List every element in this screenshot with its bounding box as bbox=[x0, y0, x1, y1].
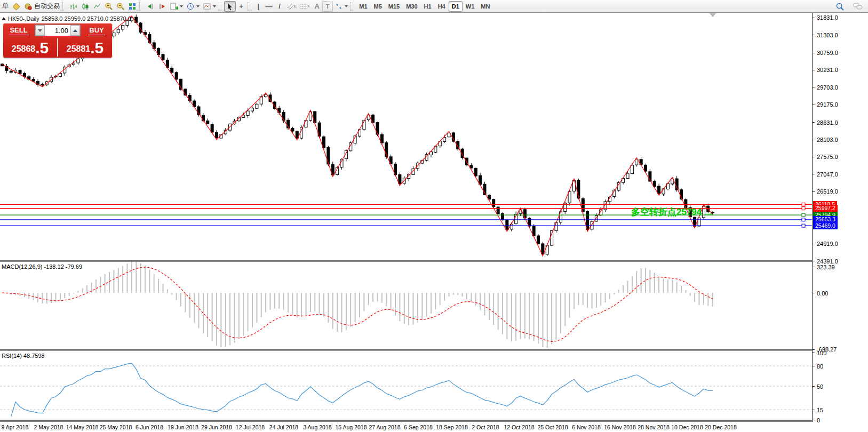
date-tick-label: 6 Nov 2018 bbox=[572, 424, 601, 430]
buy-price-main: 25881 bbox=[67, 42, 91, 56]
search-icon[interactable] bbox=[834, 1, 846, 12]
auto-scroll-icon[interactable] bbox=[156, 1, 168, 12]
volume-increase-button[interactable] bbox=[70, 25, 80, 36]
sell-price-main: 25868 bbox=[12, 42, 36, 56]
buy-price[interactable]: 25881 .5 bbox=[58, 37, 112, 58]
timeframe-mn[interactable]: MN bbox=[477, 1, 493, 12]
zoom-in-icon[interactable] bbox=[103, 1, 115, 12]
sell-button[interactable]: SELL bbox=[3, 23, 34, 37]
price-tick-label: 31831.0 bbox=[817, 14, 838, 21]
axis-tick bbox=[813, 140, 815, 140]
horizontal-line-tool-button[interactable]: — bbox=[264, 1, 274, 12]
bar-chart-icon[interactable] bbox=[68, 1, 79, 12]
date-tick-label: 19 Jun 2018 bbox=[168, 424, 198, 430]
buy-button-label: BUY bbox=[88, 26, 105, 35]
fibonacci-tool-button[interactable]: F bbox=[298, 1, 312, 12]
candlestick-chart-icon[interactable] bbox=[79, 1, 91, 12]
rsi-tick-label: 80 bbox=[817, 363, 823, 370]
macd-pane[interactable]: MACD(12,26,9) -138.12 -79.69 bbox=[0, 262, 812, 350]
line-chart-icon[interactable] bbox=[91, 1, 103, 12]
chat-icon[interactable] bbox=[851, 1, 865, 12]
buy-button[interactable]: BUY bbox=[81, 23, 112, 37]
date-tick-label: 14 May 2018 bbox=[66, 424, 99, 430]
add-indicator-caret-icon[interactable] bbox=[180, 5, 183, 7]
rsi-tick-label: 15 bbox=[817, 407, 823, 413]
timeframe-m30[interactable]: M30 bbox=[403, 1, 420, 12]
price-tick-label: 29703.0 bbox=[817, 84, 838, 91]
sell-price-frac: .5 bbox=[35, 40, 49, 56]
timeframe-m5[interactable]: M5 bbox=[371, 1, 385, 12]
timeframe-d1[interactable]: D1 bbox=[449, 1, 463, 12]
auto-trading-button[interactable]: 自动交易 bbox=[22, 1, 61, 12]
timeframe-h1[interactable]: H1 bbox=[421, 1, 435, 12]
rsi-tick-label: 50 bbox=[817, 383, 823, 390]
cursor-tool-button[interactable] bbox=[224, 1, 236, 12]
time-axis[interactable]: 9 Apr 20182 May 201814 May 201825 May 20… bbox=[0, 422, 812, 432]
timeframe-m15[interactable]: M15 bbox=[385, 1, 403, 12]
vertical-line-tool-button[interactable]: | bbox=[253, 1, 264, 12]
new-order-button[interactable]: 单 bbox=[0, 1, 11, 12]
market-watch-icon[interactable] bbox=[11, 1, 22, 12]
macd-label: MACD(12,26,9) -138.12 -79.69 bbox=[2, 263, 82, 270]
mt4-window: 单 自动交易 bbox=[0, 0, 868, 432]
main-chart-pane[interactable]: HK50-,Daily 25853.0 25959.0 25710.0 2587… bbox=[0, 13, 812, 261]
axis-tick bbox=[813, 244, 815, 244]
text-label-tool-button[interactable]: T bbox=[322, 1, 333, 12]
axis-tick bbox=[813, 386, 815, 387]
text-tool-button[interactable]: A bbox=[312, 1, 322, 12]
price-tick-label: 27047.0 bbox=[817, 171, 838, 178]
axis-tick bbox=[813, 18, 815, 18]
sell-price[interactable]: 25868 .5 bbox=[3, 37, 57, 58]
price-axis[interactable]: 31831.031303.030759.030231.029703.029175… bbox=[812, 13, 868, 422]
periods-button[interactable] bbox=[185, 1, 201, 12]
bull-bear-turning-point-annotation[interactable]: 多空转折点25794 → bbox=[631, 206, 714, 218]
axis-tick bbox=[813, 35, 815, 35]
date-tick-label: 6 Sep 2018 bbox=[404, 424, 433, 430]
axis-tick bbox=[813, 157, 815, 157]
timeframe-h4[interactable]: H4 bbox=[435, 1, 449, 12]
trendline-tool-button[interactable]: / bbox=[274, 1, 285, 12]
channel-tool-letter: E bbox=[294, 4, 297, 9]
price-tick-label: 28631.0 bbox=[817, 119, 838, 126]
timeframe-w1[interactable]: W1 bbox=[463, 1, 478, 12]
crosshair-tool-button[interactable]: + bbox=[236, 1, 246, 12]
axis-tick bbox=[813, 70, 815, 70]
date-tick-label: 9 Apr 2018 bbox=[2, 424, 29, 430]
zoom-out-icon[interactable] bbox=[115, 1, 126, 12]
macd-tick-label: 0.00 bbox=[817, 290, 828, 297]
channel-tool-button[interactable]: E bbox=[285, 1, 298, 12]
hline-price-tag: 25997.2 bbox=[813, 205, 838, 212]
axis-tick bbox=[813, 174, 815, 174]
templates-caret-icon[interactable] bbox=[213, 5, 216, 7]
hline-price-tag: 25469.0 bbox=[813, 222, 838, 229]
date-tick-label: 12 Oct 2018 bbox=[504, 424, 534, 430]
date-tick-label: 25 Oct 2018 bbox=[537, 424, 568, 430]
rsi-pane[interactable]: RSI(14) 48.7598 bbox=[0, 351, 812, 421]
ohlc-values: 25853.0 25959.0 25710.0 25870.0 bbox=[42, 15, 131, 22]
volume-decrease-button[interactable] bbox=[35, 25, 45, 36]
volume-stepper: 1.00 bbox=[35, 25, 81, 36]
chart-title: HK50-,Daily 25853.0 25959.0 25710.0 2587… bbox=[2, 15, 131, 22]
date-tick-label: 3 Aug 2018 bbox=[303, 424, 331, 430]
date-tick-label: 2 Oct 2018 bbox=[472, 424, 499, 430]
axis-tick bbox=[813, 366, 815, 366]
templates-button[interactable] bbox=[201, 1, 218, 12]
one-click-collapse-icon[interactable] bbox=[2, 17, 6, 20]
arrows-caret-icon[interactable] bbox=[345, 5, 348, 7]
volume-input[interactable]: 1.00 bbox=[45, 25, 70, 36]
timeframe-m1[interactable]: M1 bbox=[356, 1, 370, 12]
rsi-tick-label: 100 bbox=[817, 350, 826, 356]
add-indicator-button[interactable] bbox=[168, 1, 185, 12]
symbol-period-label: HK50-,Daily bbox=[8, 15, 39, 22]
arrows-tool-button[interactable] bbox=[333, 1, 349, 12]
scroll-to-end-marker-icon[interactable] bbox=[710, 13, 716, 17]
price-tick-label: 30759.0 bbox=[817, 50, 838, 56]
annotation-arrow-icon: → bbox=[703, 208, 714, 217]
periods-caret-icon[interactable] bbox=[196, 5, 200, 7]
chart-shift-icon[interactable] bbox=[145, 1, 156, 12]
chevron-down-icon bbox=[38, 29, 42, 32]
tile-windows-icon[interactable] bbox=[126, 1, 138, 12]
date-tick-label: 15 Aug 2018 bbox=[336, 424, 367, 430]
price-tick-label: 31303.0 bbox=[817, 32, 838, 38]
buy-price-frac: .5 bbox=[90, 40, 103, 56]
